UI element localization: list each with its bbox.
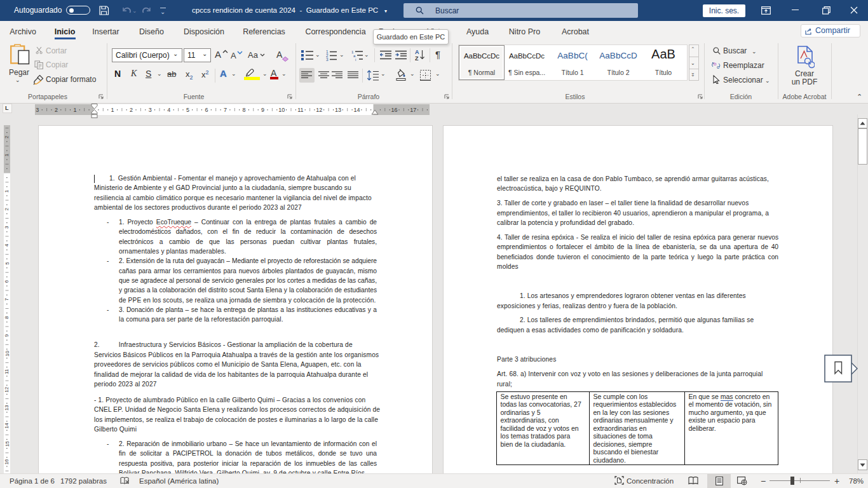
- svg-text:2: 2: [130, 107, 133, 113]
- svg-text:10: 10: [278, 107, 285, 113]
- svg-text:1: 1: [111, 107, 114, 113]
- svg-text:7: 7: [4, 298, 10, 301]
- svg-text:8: 8: [4, 316, 10, 319]
- svg-text:A: A: [415, 49, 419, 55]
- svg-text:5: 5: [4, 262, 10, 265]
- svg-text:2: 2: [4, 135, 10, 139]
- svg-text:3: 3: [149, 107, 152, 113]
- svg-text:9: 9: [261, 107, 264, 113]
- svg-text:6: 6: [205, 107, 208, 113]
- svg-text:2: 2: [4, 208, 10, 211]
- svg-text:12: 12: [4, 386, 10, 392]
- svg-text:13: 13: [4, 405, 10, 410]
- svg-text:13: 13: [335, 107, 341, 113]
- svg-text:17: 17: [410, 107, 416, 113]
- svg-text:12: 12: [316, 107, 322, 113]
- svg-text:10: 10: [4, 351, 10, 356]
- svg-text:5: 5: [186, 107, 189, 113]
- svg-text:14: 14: [353, 107, 360, 113]
- svg-text:Z: Z: [415, 55, 419, 61]
- svg-text:i: i: [355, 58, 356, 61]
- svg-text:3: 3: [36, 107, 39, 113]
- svg-text:3: 3: [4, 226, 10, 229]
- svg-text:16: 16: [391, 107, 398, 113]
- svg-text:2: 2: [55, 107, 58, 113]
- svg-text:14: 14: [4, 423, 10, 428]
- svg-text:3: 3: [326, 57, 329, 61]
- svg-text:11: 11: [297, 107, 303, 113]
- svg-text:c: c: [717, 64, 719, 69]
- svg-text:8: 8: [243, 107, 246, 113]
- svg-text:1: 1: [73, 107, 76, 113]
- svg-text:7: 7: [224, 107, 227, 113]
- svg-text:9: 9: [4, 334, 10, 337]
- svg-text:4: 4: [167, 107, 170, 113]
- svg-text:11: 11: [4, 369, 10, 374]
- svg-text:15: 15: [4, 441, 10, 447]
- svg-text:1: 1: [4, 153, 10, 156]
- svg-text:16: 16: [4, 459, 10, 464]
- svg-text:4: 4: [4, 243, 10, 247]
- svg-text:6: 6: [4, 280, 10, 283]
- svg-text:1: 1: [4, 189, 10, 193]
